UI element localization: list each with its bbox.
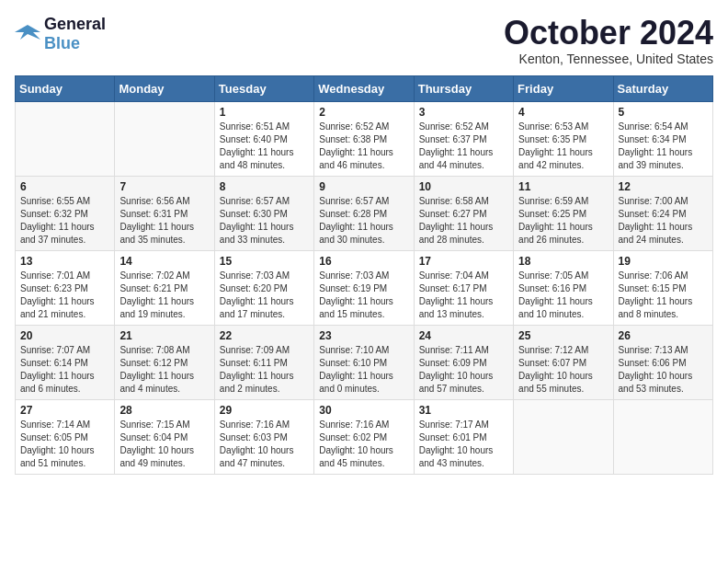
location: Kenton, Tennessee, United States (504, 52, 713, 66)
day-info: Sunrise: 6:52 AM Sunset: 6:38 PM Dayligh… (319, 121, 408, 172)
calendar-cell (613, 399, 712, 474)
day-info: Sunrise: 6:59 AM Sunset: 6:25 PM Dayligh… (518, 195, 608, 247)
calendar-cell: 17Sunrise: 7:04 AM Sunset: 6:17 PM Dayli… (414, 250, 513, 325)
day-info: Sunrise: 7:08 AM Sunset: 6:12 PM Dayligh… (119, 344, 209, 396)
day-number: 2 (319, 106, 408, 119)
day-number: 15 (220, 255, 309, 268)
calendar-header-row: SundayMondayTuesdayWednesdayThursdayFrid… (16, 75, 713, 101)
calendar-cell: 13Sunrise: 7:01 AM Sunset: 6:23 PM Dayli… (16, 250, 115, 325)
day-info: Sunrise: 7:15 AM Sunset: 6:04 PM Dayligh… (119, 419, 209, 470)
day-info: Sunrise: 6:58 AM Sunset: 6:27 PM Dayligh… (419, 195, 508, 247)
weekday-header: Saturday (613, 75, 712, 101)
day-number: 9 (319, 180, 408, 193)
day-info: Sunrise: 6:57 AM Sunset: 6:28 PM Dayligh… (319, 195, 408, 247)
day-info: Sunrise: 7:04 AM Sunset: 6:17 PM Dayligh… (419, 270, 508, 321)
day-number: 19 (619, 255, 708, 268)
calendar-week-row: 1Sunrise: 6:51 AM Sunset: 6:40 PM Daylig… (16, 101, 713, 176)
calendar-cell: 7Sunrise: 6:56 AM Sunset: 6:31 PM Daylig… (115, 176, 214, 250)
day-number: 5 (619, 106, 708, 119)
day-info: Sunrise: 7:17 AM Sunset: 6:01 PM Dayligh… (419, 419, 508, 470)
day-info: Sunrise: 7:16 AM Sunset: 6:02 PM Dayligh… (319, 419, 408, 470)
day-number: 29 (220, 404, 309, 417)
day-info: Sunrise: 7:11 AM Sunset: 6:09 PM Dayligh… (419, 344, 508, 396)
day-number: 30 (319, 404, 408, 417)
calendar-cell (514, 399, 613, 474)
day-info: Sunrise: 7:03 AM Sunset: 6:19 PM Dayligh… (319, 270, 408, 321)
calendar-cell: 25Sunrise: 7:12 AM Sunset: 6:07 PM Dayli… (514, 325, 613, 399)
day-info: Sunrise: 7:14 AM Sunset: 6:05 PM Dayligh… (20, 419, 109, 470)
calendar-cell: 18Sunrise: 7:05 AM Sunset: 6:16 PM Dayli… (514, 250, 613, 325)
day-number: 28 (119, 404, 209, 417)
day-info: Sunrise: 7:02 AM Sunset: 6:21 PM Dayligh… (119, 270, 209, 321)
calendar-cell: 8Sunrise: 6:57 AM Sunset: 6:30 PM Daylig… (214, 176, 313, 250)
day-number: 25 (518, 329, 608, 342)
day-info: Sunrise: 7:09 AM Sunset: 6:11 PM Dayligh… (220, 344, 309, 396)
day-info: Sunrise: 6:57 AM Sunset: 6:30 PM Dayligh… (220, 195, 309, 247)
calendar-cell: 12Sunrise: 7:00 AM Sunset: 6:24 PM Dayli… (613, 176, 712, 250)
day-number: 12 (619, 180, 708, 193)
calendar-cell: 26Sunrise: 7:13 AM Sunset: 6:06 PM Dayli… (613, 325, 712, 399)
calendar-cell: 27Sunrise: 7:14 AM Sunset: 6:05 PM Dayli… (16, 399, 115, 474)
calendar-cell (16, 101, 115, 176)
calendar-cell: 16Sunrise: 7:03 AM Sunset: 6:19 PM Dayli… (314, 250, 414, 325)
day-info: Sunrise: 7:16 AM Sunset: 6:03 PM Dayligh… (220, 419, 309, 470)
calendar-cell: 21Sunrise: 7:08 AM Sunset: 6:12 PM Dayli… (115, 325, 214, 399)
calendar-cell: 3Sunrise: 6:52 AM Sunset: 6:37 PM Daylig… (414, 101, 513, 176)
weekday-header: Wednesday (314, 75, 414, 101)
weekday-header: Friday (514, 75, 613, 101)
day-number: 7 (119, 180, 209, 193)
calendar-cell: 15Sunrise: 7:03 AM Sunset: 6:20 PM Dayli… (214, 250, 313, 325)
logo-text: General Blue (44, 15, 106, 53)
day-info: Sunrise: 7:05 AM Sunset: 6:16 PM Dayligh… (518, 270, 608, 321)
day-number: 17 (419, 255, 508, 268)
calendar-cell: 20Sunrise: 7:07 AM Sunset: 6:14 PM Dayli… (16, 325, 115, 399)
svg-marker-0 (15, 25, 40, 40)
day-number: 13 (20, 255, 109, 268)
calendar-cell: 2Sunrise: 6:52 AM Sunset: 6:38 PM Daylig… (314, 101, 414, 176)
day-info: Sunrise: 7:12 AM Sunset: 6:07 PM Dayligh… (518, 344, 608, 396)
day-number: 24 (419, 329, 508, 342)
title-block: October 2024 Kenton, Tennessee, United S… (504, 15, 713, 66)
day-info: Sunrise: 7:13 AM Sunset: 6:06 PM Dayligh… (619, 344, 708, 396)
day-number: 26 (619, 329, 708, 342)
day-number: 11 (518, 180, 608, 193)
day-number: 16 (319, 255, 408, 268)
weekday-header: Sunday (16, 75, 115, 101)
calendar-cell: 30Sunrise: 7:16 AM Sunset: 6:02 PM Dayli… (314, 399, 414, 474)
calendar-cell (115, 101, 214, 176)
day-info: Sunrise: 7:06 AM Sunset: 6:15 PM Dayligh… (619, 270, 708, 321)
day-info: Sunrise: 7:03 AM Sunset: 6:20 PM Dayligh… (220, 270, 309, 321)
calendar-cell: 31Sunrise: 7:17 AM Sunset: 6:01 PM Dayli… (414, 399, 513, 474)
calendar-cell: 28Sunrise: 7:15 AM Sunset: 6:04 PM Dayli… (115, 399, 214, 474)
day-number: 8 (220, 180, 309, 193)
day-info: Sunrise: 6:54 AM Sunset: 6:34 PM Dayligh… (619, 121, 708, 172)
calendar-cell: 11Sunrise: 6:59 AM Sunset: 6:25 PM Dayli… (514, 176, 613, 250)
weekday-header: Thursday (414, 75, 513, 101)
calendar-cell: 10Sunrise: 6:58 AM Sunset: 6:27 PM Dayli… (414, 176, 513, 250)
day-number: 1 (220, 106, 309, 119)
calendar-week-row: 6Sunrise: 6:55 AM Sunset: 6:32 PM Daylig… (16, 176, 713, 250)
day-info: Sunrise: 7:07 AM Sunset: 6:14 PM Dayligh… (20, 344, 109, 396)
day-info: Sunrise: 6:55 AM Sunset: 6:32 PM Dayligh… (20, 195, 109, 247)
day-number: 4 (518, 106, 608, 119)
day-number: 20 (20, 329, 109, 342)
calendar-cell: 9Sunrise: 6:57 AM Sunset: 6:28 PM Daylig… (314, 176, 414, 250)
calendar-cell: 19Sunrise: 7:06 AM Sunset: 6:15 PM Dayli… (613, 250, 712, 325)
calendar-week-row: 27Sunrise: 7:14 AM Sunset: 6:05 PM Dayli… (16, 399, 713, 474)
day-info: Sunrise: 7:10 AM Sunset: 6:10 PM Dayligh… (319, 344, 408, 396)
logo: General Blue (15, 15, 106, 53)
calendar-cell: 22Sunrise: 7:09 AM Sunset: 6:11 PM Dayli… (214, 325, 313, 399)
day-number: 10 (419, 180, 508, 193)
day-info: Sunrise: 6:53 AM Sunset: 6:35 PM Dayligh… (518, 121, 608, 172)
calendar-week-row: 20Sunrise: 7:07 AM Sunset: 6:14 PM Dayli… (16, 325, 713, 399)
weekday-header: Monday (115, 75, 214, 101)
calendar-cell: 4Sunrise: 6:53 AM Sunset: 6:35 PM Daylig… (514, 101, 613, 176)
calendar-cell: 5Sunrise: 6:54 AM Sunset: 6:34 PM Daylig… (613, 101, 712, 176)
calendar-table: SundayMondayTuesdayWednesdayThursdayFrid… (15, 75, 713, 475)
day-number: 27 (20, 404, 109, 417)
day-number: 6 (20, 180, 109, 193)
month-title: October 2024 (504, 15, 713, 52)
day-info: Sunrise: 7:01 AM Sunset: 6:23 PM Dayligh… (20, 270, 109, 321)
logo-icon (15, 23, 40, 45)
calendar-cell: 29Sunrise: 7:16 AM Sunset: 6:03 PM Dayli… (214, 399, 313, 474)
